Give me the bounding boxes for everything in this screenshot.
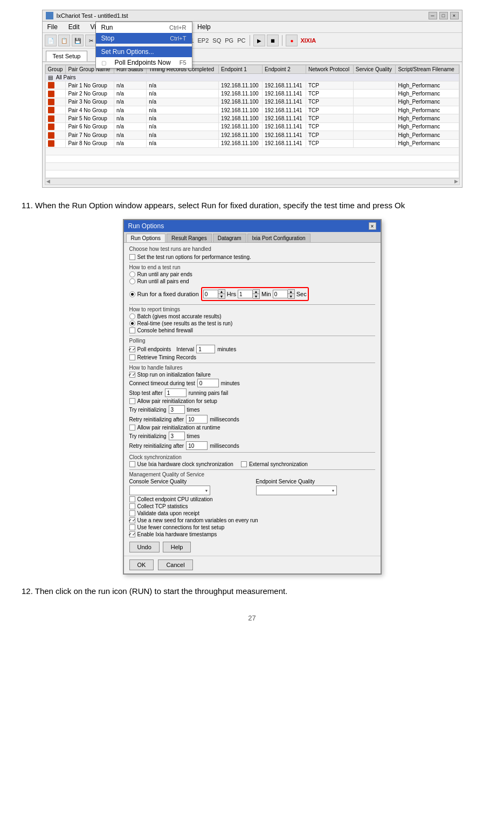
cancel-button[interactable]: Cancel bbox=[158, 559, 192, 570]
hrs-input[interactable] bbox=[203, 290, 218, 298]
cell-quality-5 bbox=[353, 114, 396, 122]
poll-endpoints-label: Poll endpoints bbox=[137, 346, 171, 352]
cell-quality-8 bbox=[353, 139, 396, 147]
radio-until-all[interactable] bbox=[129, 278, 135, 284]
retry2-input[interactable] bbox=[186, 441, 208, 450]
section-failures: How to handle failures bbox=[129, 363, 375, 371]
horizontal-scrollbar[interactable]: ◀ ▶ bbox=[45, 178, 459, 185]
min-up-button[interactable]: ▲ bbox=[253, 290, 259, 294]
empty-row bbox=[45, 162, 459, 170]
minimize-button[interactable]: ─ bbox=[429, 12, 437, 19]
poll-interval-input[interactable] bbox=[196, 345, 215, 353]
maximize-button[interactable]: □ bbox=[439, 12, 448, 19]
menu-edit[interactable]: Edit bbox=[67, 23, 81, 31]
tb-stop[interactable]: ⏹ bbox=[267, 35, 279, 46]
cell-group-7 bbox=[45, 131, 66, 139]
run-stop-item[interactable]: Stop Ctrl+T bbox=[96, 33, 192, 44]
cell-name-4: Pair 4 No Group bbox=[66, 106, 114, 114]
cell-quality-4 bbox=[353, 106, 396, 114]
tb-save[interactable]: 💾 bbox=[72, 35, 84, 46]
try-reinit2-input[interactable] bbox=[169, 432, 185, 440]
cell-script-7: High_Performanc bbox=[396, 131, 459, 139]
dialog-secondary-buttons: Undo Help bbox=[129, 542, 375, 552]
hrs-label: Hrs bbox=[227, 291, 236, 297]
undo-button[interactable]: Undo bbox=[129, 542, 160, 552]
dialog-close-button[interactable]: × bbox=[369, 222, 376, 230]
title-bar: IxChariot Test - untitled1.tst ─ □ × bbox=[43, 10, 462, 22]
retry-unit: milliseconds bbox=[210, 416, 239, 422]
radio-realtime[interactable] bbox=[129, 320, 135, 326]
menu-help[interactable]: Help bbox=[196, 23, 212, 31]
retry-input[interactable] bbox=[186, 415, 208, 424]
run-run-item[interactable]: Run Ctrl+R bbox=[96, 22, 192, 33]
radio-batch[interactable] bbox=[129, 313, 135, 319]
poll-endpoints-item[interactable]: ▢ Poll Endpoints Now F5 bbox=[96, 57, 192, 68]
stop-init-checkbox[interactable]: ✓ bbox=[129, 372, 135, 378]
min-input[interactable] bbox=[238, 290, 253, 298]
console-qos-select[interactable] bbox=[129, 486, 210, 495]
tb-run[interactable]: ▶ bbox=[253, 35, 265, 46]
fewer-conn-checkbox[interactable] bbox=[129, 524, 135, 530]
allow-runtime-reinit-checkbox[interactable] bbox=[129, 425, 135, 431]
ok-button[interactable]: OK bbox=[129, 559, 154, 570]
ixia-clock-checkbox[interactable] bbox=[129, 461, 135, 467]
poll-endpoints-checkbox[interactable]: ✓ bbox=[129, 346, 135, 352]
console-firewall-checkbox[interactable] bbox=[129, 327, 135, 333]
fixed-duration-row: Run for a fixed duration ▲ ▼ Hrs bbox=[129, 286, 375, 302]
collect-tcp-checkbox[interactable] bbox=[129, 503, 135, 509]
collect-tcp-row: Collect TCP statistics bbox=[129, 503, 375, 509]
retrieve-timing-checkbox[interactable] bbox=[129, 354, 135, 360]
section-end-run: How to end a test run bbox=[129, 262, 375, 270]
console-qos-label: Console Service Quality bbox=[129, 479, 248, 484]
hrs-down-button[interactable]: ▼ bbox=[218, 294, 225, 298]
connect-timeout-input[interactable] bbox=[197, 379, 219, 387]
dialog-tab-result-ranges[interactable]: Result Ranges bbox=[167, 234, 212, 242]
cell-ep2-6: 192.168.11.141 bbox=[263, 122, 306, 131]
fewer-conn-row: Use fewer connections for test setup bbox=[129, 524, 375, 530]
allow-reinit-checkbox[interactable] bbox=[129, 398, 135, 404]
tb-open[interactable]: 📋 bbox=[58, 35, 70, 46]
try-reinit-input[interactable] bbox=[169, 405, 185, 414]
ixia-ts-checkbox[interactable]: ✓ bbox=[129, 531, 135, 537]
allow-reinit-row: Allow pair reinitialization for setup bbox=[129, 398, 375, 404]
sec-down-button[interactable]: ▼ bbox=[288, 294, 294, 298]
scroll-right-arrow[interactable]: ▶ bbox=[454, 179, 458, 184]
close-button[interactable]: × bbox=[450, 12, 459, 19]
endpoint-qos-select[interactable] bbox=[256, 486, 337, 495]
try-reinit2-unit: times bbox=[187, 433, 200, 439]
toolbar-sep-4 bbox=[282, 35, 282, 46]
stop-after-input[interactable] bbox=[165, 388, 187, 397]
tb-new[interactable]: 📄 bbox=[45, 35, 57, 46]
tb-info[interactable]: ● bbox=[286, 35, 298, 46]
help-button[interactable]: Help bbox=[163, 542, 191, 552]
sec-up-button[interactable]: ▲ bbox=[288, 290, 294, 294]
min-down-button[interactable]: ▼ bbox=[253, 294, 259, 298]
dialog-tab-ixia-port[interactable]: Ixia Port Configuration bbox=[247, 234, 310, 242]
stop-after-unit: running pairs fail bbox=[189, 390, 228, 396]
sec-label: Sec bbox=[296, 291, 307, 297]
collect-tcp-label: Collect TCP statistics bbox=[137, 503, 188, 509]
sec-input[interactable] bbox=[273, 290, 288, 298]
ext-sync-checkbox[interactable] bbox=[241, 461, 247, 467]
scroll-left-arrow[interactable]: ◀ bbox=[46, 179, 50, 184]
allow-runtime-reinit-label: Allow pair reinitialization at runtime bbox=[137, 425, 220, 431]
radio-fixed[interactable] bbox=[129, 291, 135, 297]
radio-until-all-label: Run until all pairs end bbox=[137, 278, 189, 284]
menu-file[interactable]: File bbox=[46, 23, 59, 31]
cell-status-5: n/a bbox=[114, 114, 146, 122]
seed-checkbox[interactable]: ✓ bbox=[129, 517, 135, 523]
cell-script-2: High_Performanc bbox=[396, 90, 459, 98]
test-setup-tab[interactable]: Test Setup bbox=[46, 51, 88, 62]
try-reinit2-row: Try reinitializing times bbox=[129, 432, 375, 440]
radio-until-any[interactable] bbox=[129, 271, 135, 277]
instruction-12-text: Then click on the run icon (RUN) to star… bbox=[33, 586, 287, 596]
cell-quality-1 bbox=[353, 81, 396, 90]
collect-cpu-checkbox[interactable] bbox=[129, 496, 135, 502]
validate-checkbox[interactable] bbox=[129, 510, 135, 516]
hrs-up-button[interactable]: ▲ bbox=[218, 290, 225, 294]
set-options-checkbox[interactable] bbox=[129, 254, 135, 260]
dialog-tab-datagram[interactable]: Datagram bbox=[213, 234, 246, 242]
tb-xixia-label: XIXIA bbox=[300, 37, 316, 44]
set-run-options-item[interactable]: Set Run Options... bbox=[96, 46, 192, 57]
dialog-tab-run-options[interactable]: Run Options bbox=[126, 234, 166, 242]
